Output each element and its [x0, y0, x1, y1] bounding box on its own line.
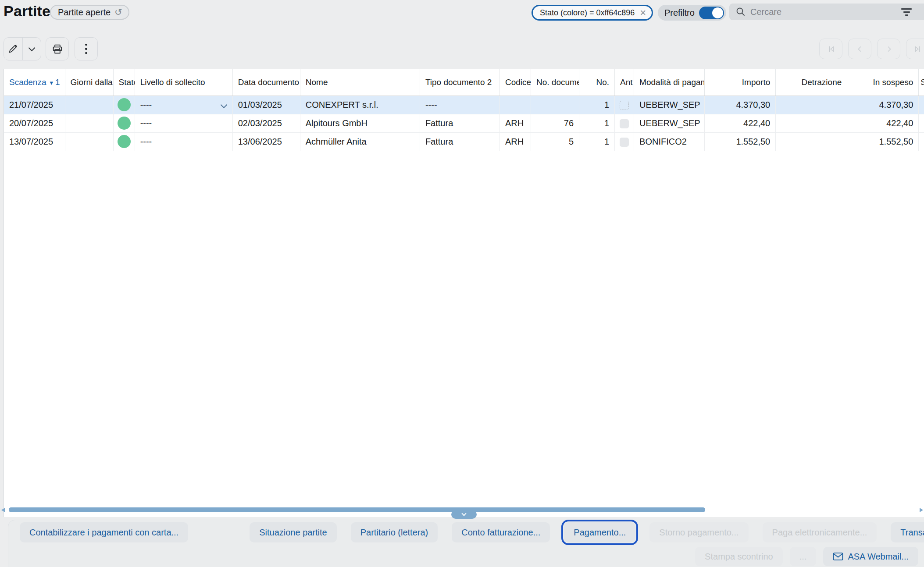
prefilter-label: Prefiltro — [664, 8, 695, 18]
pagamento-button[interactable]: Pagamento... — [564, 522, 635, 542]
cell-ant — [615, 132, 634, 151]
filter-chip-stato-colore[interactable]: Stato (colore) = 0xff64c896 × — [532, 5, 653, 21]
paga-elettronicamente-button[interactable]: Paga elettronicamente... — [763, 522, 877, 542]
pagination — [819, 39, 924, 59]
cell-modalita: UEBERW_SEP — [634, 96, 705, 114]
filter-menu-icon[interactable] — [901, 8, 912, 16]
col-header-s[interactable]: S — [919, 69, 924, 96]
cell-stato — [113, 132, 135, 151]
table-header-row: Scadenza▾1Giorni dalla sStatoLivello di … — [4, 69, 924, 96]
transazione-pagamento-button[interactable]: Transazione di pagamento — [891, 522, 924, 542]
filter-chip-label: Stato (colore) = 0xff64c896 — [540, 8, 635, 18]
partitario-lettera-button[interactable]: Partitario (lettera) — [351, 522, 438, 542]
toggle-knob — [712, 7, 723, 18]
anticipo-checkbox[interactable] — [620, 101, 629, 110]
col-header-in_sospeso[interactable]: In sospeso — [847, 69, 919, 96]
anticipo-checkbox[interactable] — [620, 119, 629, 128]
cell-s — [919, 96, 924, 114]
chevron-left-icon — [855, 44, 865, 54]
cell-stato — [113, 114, 135, 132]
more-button[interactable]: ... — [790, 547, 817, 566]
col-header-nome[interactable]: Nome — [300, 69, 420, 96]
scroll-right-icon[interactable] — [920, 508, 923, 512]
cell-in_sospeso: 1.552,50 — [847, 132, 919, 151]
scrollbar-thumb[interactable] — [9, 507, 705, 512]
col-header-importo[interactable]: Importo — [705, 69, 776, 96]
cell-ant — [615, 96, 634, 114]
cell-giorni — [65, 132, 113, 151]
cell-ant — [615, 114, 634, 132]
chevron-down-icon[interactable] — [220, 101, 227, 108]
cell-codice: ARH — [499, 114, 531, 132]
prefilter-toggle[interactable] — [699, 7, 724, 19]
cell-giorni — [65, 96, 113, 114]
col-header-livello[interactable]: Livello di sollecito — [135, 69, 232, 96]
col-header-no_documento[interactable]: No. docume — [531, 69, 579, 96]
cell-nome: CONEXPERT s.r.l. — [300, 96, 420, 114]
contabilizzare-button[interactable]: Contabilizzare i pagamenti con carta... — [20, 522, 188, 542]
prev-page-button[interactable] — [848, 39, 871, 59]
cell-no: 1 — [579, 96, 615, 114]
edit-split-button — [4, 37, 41, 60]
search-input[interactable] — [750, 7, 897, 17]
scroll-left-icon[interactable] — [1, 508, 5, 512]
view-chip-partite-aperte[interactable]: Partite aperte ↺ — [50, 5, 129, 20]
cell-importo: 422,40 — [705, 114, 776, 132]
cell-livello[interactable]: ---- — [135, 96, 232, 114]
col-header-no[interactable]: No. — [579, 69, 615, 96]
col-header-tipo_documento2[interactable]: Tipo documento 2 — [420, 69, 499, 96]
col-header-scadenza[interactable]: Scadenza▾1 — [4, 69, 65, 96]
col-header-giorni[interactable]: Giorni dalla s — [65, 69, 113, 96]
first-page-icon — [826, 44, 836, 54]
cell-tipo_documento2: Fattura — [420, 114, 499, 132]
col-header-data_documento[interactable]: Data documento — [232, 69, 300, 96]
last-page-button[interactable] — [906, 39, 924, 59]
storno-pagamento-button[interactable]: Storno pagamento... — [649, 522, 748, 542]
anticipo-checkbox[interactable] — [620, 138, 629, 147]
sort-desc-icon: ▾ — [50, 79, 54, 87]
cell-modalita: BONIFICO2 — [634, 132, 705, 151]
cell-s — [919, 114, 924, 132]
mail-icon — [833, 552, 843, 561]
cell-detrazione — [776, 96, 847, 114]
cell-s — [919, 132, 924, 151]
table-row[interactable]: 21/07/2025----01/03/2025CONEXPERT s.r.l.… — [4, 96, 924, 114]
print-button[interactable] — [46, 37, 69, 60]
col-header-stato[interactable]: Stato — [113, 69, 135, 96]
stampa-scontrino-button[interactable]: Stampa scontrino — [695, 547, 783, 566]
cell-giorni — [65, 114, 113, 132]
col-header-ant[interactable]: Ant — [615, 69, 634, 96]
situazione-partite-button[interactable]: Situazione partite — [250, 522, 337, 542]
table-row[interactable]: 20/07/2025----02/03/2025Alpitours GmbHFa… — [4, 114, 924, 132]
conto-fatturazione-button[interactable]: Conto fatturazione... — [452, 522, 550, 542]
search-bar — [729, 4, 924, 20]
asa-webmail-button[interactable]: ASA Webmail... — [823, 547, 918, 566]
cell-scadenza: 20/07/2025 — [4, 114, 65, 132]
cell-no_documento — [531, 96, 579, 114]
table-row[interactable]: 13/07/2025----13/06/2025Achmüller AnitaF… — [4, 132, 924, 151]
cell-scadenza: 21/07/2025 — [4, 96, 65, 114]
first-page-button[interactable] — [819, 39, 842, 59]
cell-codice — [499, 96, 531, 114]
cell-no_documento: 5 — [531, 132, 579, 151]
cell-no: 1 — [579, 132, 615, 151]
partite-table: Scadenza▾1Giorni dalla sStatoLivello di … — [4, 69, 924, 151]
close-icon[interactable]: × — [640, 7, 646, 18]
next-page-button[interactable] — [877, 39, 900, 59]
refresh-icon[interactable]: ↺ — [114, 8, 122, 17]
col-header-detrazione[interactable]: Detrazione — [776, 69, 847, 96]
edit-button[interactable] — [4, 38, 22, 60]
actions-panel: Contabilizzare i pagamenti con carta...S… — [8, 520, 924, 567]
edit-dropdown-button[interactable] — [22, 38, 41, 60]
more-options-button[interactable] — [75, 37, 98, 60]
cell-detrazione — [776, 114, 847, 132]
status-dot-green — [118, 117, 131, 130]
col-header-codice[interactable]: Codice r — [499, 69, 531, 96]
cell-tipo_documento2: ---- — [420, 96, 499, 114]
cell-livello[interactable]: ---- — [135, 114, 232, 132]
collapse-panel-handle[interactable] — [451, 510, 477, 519]
col-header-modalita[interactable]: Modalità di pagame — [634, 69, 705, 96]
cell-livello[interactable]: ---- — [135, 132, 232, 151]
cell-in_sospeso: 4.370,30 — [847, 96, 919, 114]
cell-stato — [113, 96, 135, 114]
